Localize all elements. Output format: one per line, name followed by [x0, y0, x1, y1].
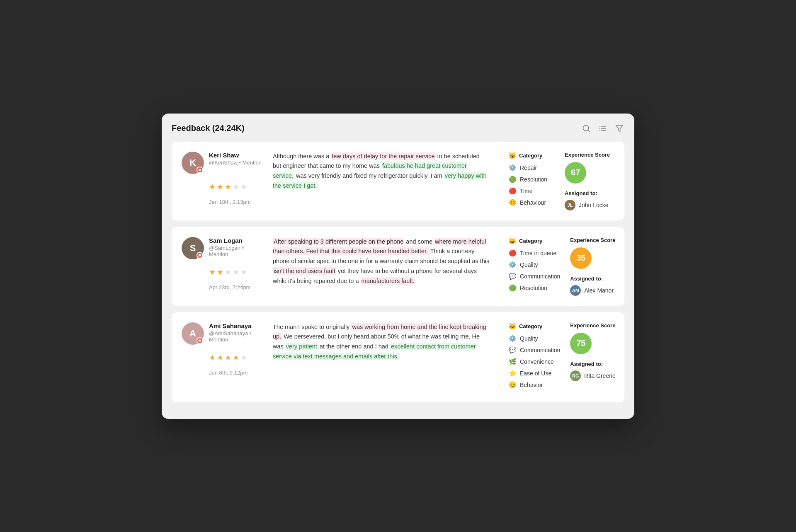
star-1: ★: [209, 182, 216, 191]
category-item: 🔴 Time: [508, 187, 555, 195]
search-icon[interactable]: [581, 123, 591, 133]
assigned-name: Rita Greene: [584, 372, 615, 379]
star-4: ★: [233, 268, 239, 277]
assigned-user: RG Rita Greene: [570, 370, 620, 381]
category-icon: 💬: [508, 272, 517, 281]
avatar-badge: [197, 337, 203, 344]
user-handle: @KeriShaw • Mention: [209, 160, 262, 166]
score-title: Experience Score: [570, 322, 620, 329]
user-handle: @AmiSahanaya • Mention: [209, 330, 265, 343]
score-circle: 35: [570, 247, 592, 269]
card-user-section: S Sam Logan @SamLogan • Mention ★★★★★ Ap…: [182, 237, 265, 296]
assigned-avatar: RG: [570, 370, 581, 381]
score-circle: 75: [570, 333, 592, 354]
highlight-negative: few days of delay for the repair service: [331, 152, 435, 160]
category-label: Time in queue: [520, 250, 556, 256]
star-1: ★: [209, 268, 216, 277]
user-name: Ami Sahanaya: [209, 322, 265, 329]
sort-icon[interactable]: [614, 123, 624, 133]
category-icon: 🔴: [508, 187, 517, 195]
user-details: Sam Logan @SamLogan • Mention: [209, 237, 265, 257]
user-name: Keri Shaw: [209, 152, 262, 159]
category-label: Quality: [520, 335, 538, 342]
category-header: 🐱 Category: [508, 152, 555, 160]
svg-marker-8: [616, 125, 623, 131]
assigned-user: AM Alex Manor: [570, 285, 620, 296]
category-label: Communication: [520, 347, 560, 353]
category-item: 🟢 Resolution: [508, 175, 555, 184]
category-item: ⭐ Ease of Use: [508, 369, 560, 377]
avatar-wrap: S: [182, 237, 204, 259]
feedback-card-1: K Keri Shaw @KeriShaw • Mention ★★★★★ Ja…: [172, 142, 624, 220]
user-name: Sam Logan: [209, 237, 265, 244]
star-5: ★: [240, 182, 247, 191]
app-container: Feedback (24.24K): [162, 114, 634, 419]
score-title: Experience Score: [565, 152, 614, 158]
avatar-wrap: K: [182, 152, 204, 174]
timestamp: Apr 23rd, 7:24pm: [209, 284, 250, 290]
highlight-negative: manufacturers fault.: [361, 277, 415, 285]
category-header-label: Category: [519, 323, 542, 329]
feedback-card-3: A Ami Sahanaya @AmiSahanaya • Mention ★★…: [172, 312, 624, 402]
card-meta: 🐱 Category ⚙️ Quality 💬 Communication 🌿 …: [498, 322, 614, 392]
avatar-badge: [197, 252, 203, 259]
star-2: ★: [217, 182, 223, 191]
category-icon: 🟢: [508, 175, 517, 184]
feedback-list: K Keri Shaw @KeriShaw • Mention ★★★★★ Ja…: [172, 142, 624, 402]
feedback-text: Although there was a few days of delay f…: [265, 152, 498, 210]
score-title: Experience Score: [570, 237, 620, 243]
page-title: Feedback (24.24K): [172, 123, 245, 133]
category-header: 🐱 Category: [508, 237, 560, 245]
text-segment: Although there was a: [273, 153, 331, 160]
user-info: A Ami Sahanaya @AmiSahanaya • Mention: [182, 322, 265, 345]
score-section: Experience Score 67 Assigned to: JL John…: [565, 152, 614, 210]
card-user-section: A Ami Sahanaya @AmiSahanaya • Mention ★★…: [182, 322, 265, 392]
stars-row: ★★★★★: [209, 268, 247, 277]
category-icon: 😊: [508, 381, 517, 389]
user-info: K Keri Shaw @KeriShaw • Mention: [182, 152, 262, 174]
star-4: ★: [233, 182, 239, 191]
assigned-label: Assigned to:: [570, 361, 620, 367]
user-handle: @SamLogan • Mention: [209, 245, 265, 257]
assigned-label: Assigned to:: [570, 276, 620, 282]
star-5: ★: [240, 268, 247, 277]
star-2: ★: [217, 268, 223, 277]
stars-row: ★★★★★: [209, 353, 247, 362]
star-1: ★: [209, 353, 216, 362]
assigned-name: Alex Manor: [584, 287, 614, 294]
category-icon: ⚙️: [508, 334, 517, 343]
avatar-badge: [197, 167, 203, 173]
category-icon: ⚙️: [508, 164, 517, 172]
feedback-text: After speaking to 3 different people on …: [265, 237, 498, 296]
text-segment: was very friendly and fixed my refrigera…: [294, 172, 444, 179]
category-label: Time: [520, 188, 533, 194]
category-label: Behavior: [520, 382, 543, 388]
category-label: Convenience: [520, 358, 554, 365]
timestamp: Jun 8th, 9:12pm: [209, 370, 248, 376]
category-item: 🔴 Time in queue: [508, 249, 560, 257]
filter-icon[interactable]: [598, 123, 608, 133]
star-3: ★: [225, 268, 231, 277]
header-actions: [581, 123, 624, 133]
assigned-user: JL John Locke: [565, 200, 614, 210]
category-header-icon: 🐱: [508, 152, 517, 160]
category-label: Resolution: [520, 285, 547, 291]
category-item: 😊 Behaviour: [508, 198, 555, 207]
star-3: ★: [225, 182, 231, 191]
category-label: Communication: [520, 273, 560, 280]
category-item: ⚙️ Repair: [508, 164, 555, 172]
category-icon: 🌿: [508, 358, 517, 366]
categories-section: 🐱 Category 🔴 Time in queue ⚙️ Quality 💬 …: [508, 237, 560, 296]
timestamp: Jan 10th, 2:13pm: [209, 199, 250, 205]
category-header-label: Category: [519, 152, 542, 159]
category-label: Repair: [520, 164, 537, 171]
category-item: ⚙️ Quality: [508, 334, 560, 343]
category-item: 💬 Communication: [508, 272, 560, 281]
assigned-name: John Locke: [579, 202, 609, 208]
categories-section: 🐱 Category ⚙️ Quality 💬 Communication 🌿 …: [508, 322, 560, 392]
user-info: S Sam Logan @SamLogan • Mention: [182, 237, 265, 259]
card-user-section: K Keri Shaw @KeriShaw • Mention ★★★★★ Ja…: [182, 152, 265, 210]
feedback-card-2: S Sam Logan @SamLogan • Mention ★★★★★ Ap…: [172, 227, 624, 306]
star-3: ★: [225, 353, 231, 362]
categories-section: 🐱 Category ⚙️ Repair 🟢 Resolution 🔴 Time…: [508, 152, 555, 210]
